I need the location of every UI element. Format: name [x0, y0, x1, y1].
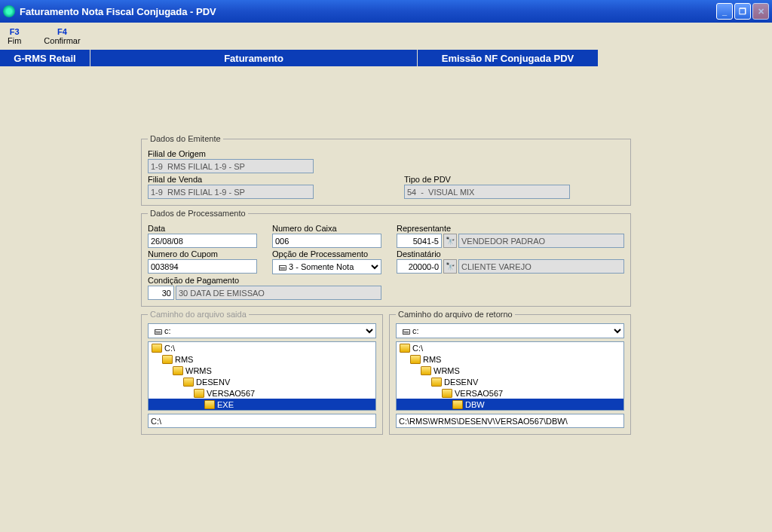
breadcrumb: G-RMS Retail Faturamento Emissão NF Conj…: [0, 50, 772, 66]
folder-node[interactable]: C:\: [397, 342, 623, 353]
folder-node[interactable]: DESENV: [149, 376, 375, 387]
input-numero-caixa[interactable]: [272, 234, 381, 248]
folder-label: DESENV: [444, 378, 478, 387]
folder-icon: [183, 378, 194, 387]
folder-icon: [204, 400, 215, 409]
legend-emitente: Dados do Emitente: [148, 134, 223, 143]
select-drive-retorno[interactable]: 🖴 c:: [396, 323, 624, 338]
folder-label: RMS: [423, 355, 441, 364]
folder-node[interactable]: DBW: [397, 399, 623, 410]
input-tipo-pdv: [404, 185, 570, 199]
input-cond-pag-desc: [176, 286, 381, 300]
breadcrumb-module: Faturamento: [90, 50, 418, 66]
menu-confirmar[interactable]: F4 Confirmar: [44, 27, 80, 45]
legend-caminho-saida: Caminho do arquivo saida: [148, 310, 249, 319]
folderlist-saida[interactable]: C:\RMSWRMSDESENVVERSAO567EXE: [148, 341, 376, 411]
folder-label: C:\: [412, 344, 423, 353]
legend-caminho-retorno: Caminho do arquivo de retorno: [396, 310, 515, 319]
folderlist-retorno[interactable]: C:\RMSWRMSDESENVVERSAO567DBW: [396, 341, 624, 411]
folder-label: DESENV: [196, 378, 230, 387]
folder-node[interactable]: VERSAO567: [149, 387, 375, 399]
folder-node[interactable]: WRMS: [397, 365, 623, 376]
folder-label: EXE: [217, 400, 234, 409]
app-icon: [3, 5, 15, 17]
folder-node[interactable]: WRMS: [149, 365, 375, 376]
binoculars-icon: 🔭: [446, 237, 455, 245]
close-button[interactable]: ✕: [752, 3, 769, 20]
label-numero-caixa: Numero do Caixa: [272, 224, 381, 233]
group-caminho-retorno: Caminho do arquivo de retorno 🖴 c: C:\RM…: [389, 310, 631, 435]
label-filial-origem: Filial de Origem: [148, 149, 314, 158]
input-representante-code[interactable]: [397, 234, 442, 248]
maximize-button[interactable]: ❐: [734, 3, 751, 20]
window-titlebar: Faturamento Nota Fiscal Conjugada - PDV …: [0, 0, 772, 23]
group-emitente: Dados do Emitente Filial de Origem Filia…: [141, 134, 631, 206]
input-destinatario-name: [458, 259, 624, 274]
folder-node[interactable]: DESENV: [397, 376, 623, 387]
input-path-saida[interactable]: [148, 414, 376, 428]
input-numero-cupom[interactable]: [148, 259, 257, 274]
input-path-retorno[interactable]: [396, 414, 624, 428]
folder-icon: [194, 389, 204, 398]
folder-node[interactable]: C:\: [149, 342, 375, 353]
menu-bar: F3 Fim F4 Confirmar: [0, 23, 772, 50]
input-representante-name: [458, 234, 624, 248]
label-tipo-pdv: Tipo de PDV: [404, 175, 570, 184]
folder-icon: [173, 366, 183, 375]
folder-label: C:\: [164, 344, 175, 353]
lookup-destinatario[interactable]: 🔭: [443, 259, 457, 274]
label-data: Data: [148, 224, 257, 233]
input-cond-pag-code[interactable]: [148, 286, 174, 300]
folder-icon: [452, 400, 463, 409]
window-title: Faturamento Nota Fiscal Conjugada - PDV: [20, 6, 716, 17]
select-opcao[interactable]: 🖴 3 - Somente Nota: [272, 259, 381, 274]
folder-label: WRMS: [433, 366, 460, 375]
folder-label: VERSAO567: [207, 389, 255, 398]
group-caminho-saida: Caminho do arquivo saida 🖴 c: C:\RMSWRMS…: [141, 310, 383, 435]
label-destinatario: Destinatário: [397, 249, 624, 258]
input-destinatario-code[interactable]: [397, 259, 442, 274]
label-representante: Representante: [397, 224, 624, 233]
input-filial-origem: [148, 159, 314, 173]
folder-label: WRMS: [185, 366, 212, 375]
breadcrumb-screen: Emissão NF Conjugada PDV: [418, 50, 599, 66]
folder-node[interactable]: RMS: [149, 353, 375, 365]
folder-label: DBW: [465, 400, 485, 409]
minimize-button[interactable]: _: [716, 3, 733, 20]
label-opcao: Opção de Processamento: [272, 249, 381, 258]
folder-icon: [152, 344, 162, 353]
folder-label: RMS: [175, 355, 193, 364]
label-cond-pagamento: Condição de Pagamento: [148, 276, 381, 285]
folder-icon: [421, 366, 431, 375]
binoculars-icon: 🔭: [446, 262, 455, 271]
select-drive-saida[interactable]: 🖴 c:: [148, 323, 376, 338]
folder-node[interactable]: RMS: [397, 353, 623, 365]
label-filial-venda: Filial de Venda: [148, 175, 314, 184]
folder-node[interactable]: EXE: [149, 399, 375, 410]
label-numero-cupom: Numero do Cupom: [148, 249, 257, 258]
folder-label: VERSAO567: [455, 389, 503, 398]
breadcrumb-app: G-RMS Retail: [0, 50, 90, 66]
lookup-representante[interactable]: 🔭: [443, 234, 457, 248]
input-data[interactable]: [148, 234, 257, 248]
input-filial-venda: [148, 185, 314, 199]
folder-icon: [162, 355, 173, 364]
legend-processamento: Dados de Processamento: [148, 209, 248, 218]
folder-icon: [442, 389, 452, 398]
group-processamento: Dados de Processamento Data Numero do Ca…: [141, 209, 631, 307]
folder-node[interactable]: VERSAO567: [397, 387, 623, 399]
folder-icon: [410, 355, 421, 364]
folder-icon: [400, 344, 410, 353]
menu-fim[interactable]: F3 Fim: [8, 27, 21, 45]
folder-icon: [431, 378, 442, 387]
